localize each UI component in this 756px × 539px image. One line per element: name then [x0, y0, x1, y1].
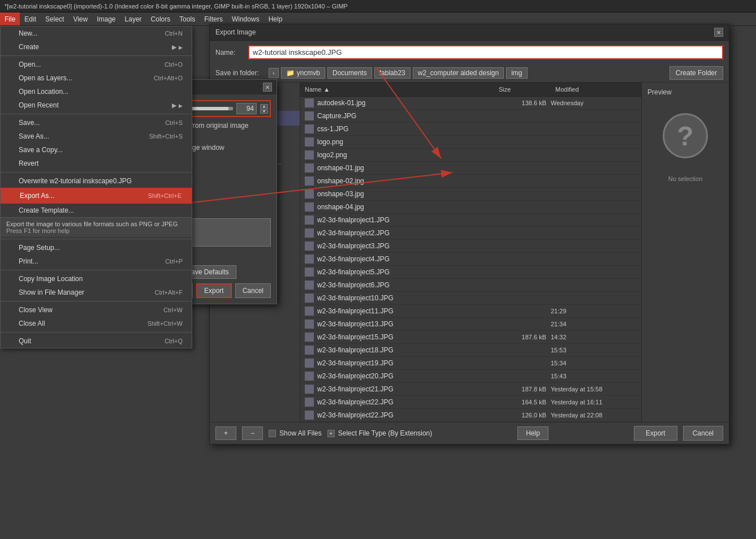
file-row[interactable]: w2-3d-finalproject18.JPG 15:53 — [300, 344, 641, 357]
menu-export-as-label: Export As... — [20, 192, 54, 200]
file-name: css-1.JPG — [305, 124, 490, 133]
file-size: 187.6 kB — [490, 334, 546, 340]
menu-quit[interactable]: Quit Ctrl+Q — [1, 334, 192, 348]
file-row[interactable]: css-1.JPG — [300, 123, 641, 136]
breadcrumb-back[interactable]: ‹ — [269, 68, 279, 78]
breadcrumb-yncmvb[interactable]: 📁 yncmvb — [281, 67, 325, 79]
file-row[interactable]: w2-3d-finalproject3.JPG — [300, 240, 641, 253]
file-thumbnail — [305, 98, 314, 107]
file-row[interactable]: logo.png — [300, 136, 641, 149]
col-header-size[interactable]: Size — [494, 85, 551, 94]
export-button-main[interactable]: Export — [634, 426, 677, 441]
breadcrumb-row: Save in folder: ‹ 📁 yncmvb Documents fab… — [210, 64, 729, 83]
export-dialog-close[interactable]: ✕ — [714, 28, 723, 37]
col-header-name[interactable]: Name ▲ — [300, 85, 494, 94]
quality-spin-up[interactable]: ▲ — [260, 104, 268, 109]
menu-layer[interactable]: Layer — [120, 12, 146, 25]
menu-revert[interactable]: Revert — [1, 157, 192, 170]
menu-new[interactable]: New... Ctrl+N — [1, 27, 192, 40]
file-thumbnail — [305, 150, 314, 159]
breadcrumb-fablab23[interactable]: fablab23 — [374, 67, 411, 79]
menu-open-recent-label: Open Recent — [19, 101, 59, 109]
menu-save-as[interactable]: Save As... Shift+Ctrl+S — [1, 130, 192, 143]
bottom-controls: + − Show All Files + Select File Type (B… — [210, 422, 729, 444]
separator-1 — [1, 55, 192, 56]
create-folder-button[interactable]: Create Folder — [669, 66, 723, 80]
jpeg-dialog-close[interactable]: ✕ — [263, 83, 272, 92]
file-row[interactable]: logo2.png — [300, 149, 641, 162]
cancel-button-main[interactable]: Cancel — [683, 426, 723, 441]
breadcrumb-documents[interactable]: Documents — [327, 67, 372, 79]
file-row[interactable]: w2-3d-finalproject1.JPG — [300, 214, 641, 227]
menu-open-location[interactable]: Open Location... — [1, 85, 192, 98]
quality-spin-down[interactable]: ▼ — [260, 109, 268, 114]
col-header-modified[interactable]: Modified — [551, 85, 641, 94]
menu-open-recent[interactable]: Open Recent ▶ — [1, 98, 192, 112]
breadcrumb-w2cad[interactable]: w2_computer aided design — [413, 67, 504, 79]
file-row[interactable]: autodesk-01.jpg 138.6 kB Wednesday — [300, 97, 641, 110]
file-row[interactable]: w2-3d-finalproject21.JPG 187.8 kB Yester… — [300, 383, 641, 396]
menu-copy-image-location[interactable]: Copy Image Location — [1, 272, 192, 286]
file-row[interactable]: w2-3d-finalproject22.JPG 126.0 kB Yester… — [300, 409, 641, 422]
menu-create-template[interactable]: Create Template... — [1, 204, 192, 217]
menu-close-all-label: Close All — [19, 320, 45, 327]
menu-colors[interactable]: Colors — [146, 12, 175, 25]
menu-create-label: Create — [19, 43, 39, 51]
menu-open-layers[interactable]: Open as Layers... Ctrl+Alt+O — [1, 71, 192, 85]
file-row[interactable]: w2-3d-finalproject5.JPG — [300, 266, 641, 279]
jpeg-export-button[interactable]: Export — [196, 283, 232, 298]
show-all-files-checkbox[interactable] — [269, 430, 276, 437]
menu-image[interactable]: Image — [92, 12, 120, 25]
menu-print[interactable]: Print... Ctrl+P — [1, 255, 192, 268]
file-row[interactable]: w2-3d-finalproject20.JPG 15:43 — [300, 370, 641, 383]
file-row[interactable]: onshape-04.jpg — [300, 201, 641, 214]
file-row[interactable]: w2-3d-finalproject22.JPG 164.5 kB Yester… — [300, 396, 641, 409]
add-folder-button[interactable]: + — [215, 426, 236, 440]
menu-edit[interactable]: Edit — [20, 12, 41, 25]
remove-button[interactable]: − — [242, 426, 263, 440]
file-name: w2-3d-finalproject2.JPG — [305, 228, 490, 238]
menu-open[interactable]: Open... Ctrl+O — [1, 58, 192, 71]
file-row[interactable]: w2-3d-finalproject2.JPG — [300, 227, 641, 240]
menu-page-setup[interactable]: Page Setup... — [1, 241, 192, 255]
save-in-label: Save in folder: — [215, 69, 266, 77]
file-name: logo2.png — [305, 150, 490, 159]
file-row[interactable]: w2-3d-finalproject4.JPG — [300, 253, 641, 266]
jpeg-cancel-button[interactable]: Cancel — [235, 283, 271, 298]
file-row[interactable]: w2-3d-finalproject10.JPG — [300, 292, 641, 305]
help-button-main[interactable]: Help — [517, 426, 548, 440]
file-row[interactable]: w2-3d-finalproject19.JPG 15:34 — [300, 357, 641, 370]
menu-create-template-label: Create Template... — [19, 206, 74, 214]
menu-file[interactable]: File — [0, 12, 20, 25]
menu-save-copy[interactable]: Save a Copy... — [1, 143, 192, 157]
breadcrumb-w2cad-label: w2_computer aided design — [418, 69, 499, 77]
select-file-type-checkbox[interactable]: + — [327, 430, 335, 437]
menu-export-as[interactable]: Export As... Shift+Ctrl+E — [1, 188, 192, 204]
file-row[interactable]: w2-3d-finalproject13.JPG 21:34 — [300, 318, 641, 331]
file-size: 164.5 kB — [490, 399, 546, 406]
menu-close-view[interactable]: Close View Ctrl+W — [1, 303, 192, 317]
file-name: w2-3d-finalproject22.JPG — [305, 411, 490, 420]
file-row[interactable]: w2-3d-finalproject15.JPG 187.6 kB 14:32 — [300, 331, 641, 344]
menu-tools[interactable]: Tools — [175, 12, 200, 25]
breadcrumb-img[interactable]: img — [506, 67, 527, 79]
file-row[interactable]: w2-3d-finalproject6.JPG — [300, 279, 641, 292]
name-input[interactable] — [248, 45, 723, 59]
file-row[interactable]: Capture.JPG — [300, 110, 641, 123]
menu-save[interactable]: Save... Ctrl+S — [1, 116, 192, 130]
file-row[interactable]: w2-3d-finalproject11.JPG 21:29 — [300, 305, 641, 318]
menu-close-all[interactable]: Close All Shift+Ctrl+W — [1, 317, 192, 330]
file-row[interactable]: onshape-01.jpg — [300, 162, 641, 175]
file-modified: Yesterday at 16:11 — [546, 399, 637, 406]
menu-view[interactable]: View — [68, 12, 92, 25]
menu-create[interactable]: Create ▶ — [1, 40, 192, 54]
quality-value: 94 — [236, 103, 257, 114]
menu-overwrite[interactable]: Overwrite w2-tutorial inskscape0.JPG — [1, 174, 192, 188]
export-dialog-title-bar: Export Image ✕ — [210, 24, 729, 41]
file-thumbnail — [305, 189, 314, 199]
file-row[interactable]: onshape-03.jpg — [300, 188, 641, 201]
menu-select[interactable]: Select — [41, 12, 68, 25]
menu-show-file-manager[interactable]: Show in File Manager Ctrl+Alt+F — [1, 286, 192, 299]
file-row[interactable]: onshape-02.jpg — [300, 175, 641, 188]
title-bar: *[w2-tutorial inskscape0] (imported)-1.0… — [0, 0, 756, 12]
